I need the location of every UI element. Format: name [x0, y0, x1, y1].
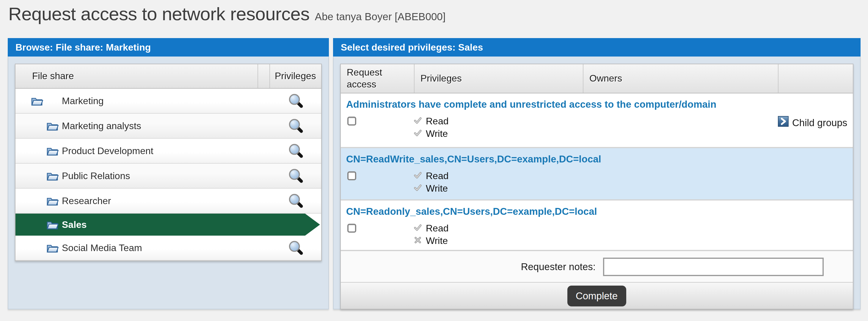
folder-icon [46, 220, 59, 230]
requester-notes-label: Requester notes: [521, 261, 596, 272]
tree-item-label: Social Media Team [62, 242, 142, 253]
tree-item-social-media-team[interactable]: Social Media Team [16, 236, 321, 261]
check-icon [414, 128, 422, 139]
tree-item-product-development[interactable]: Product Development [16, 139, 321, 164]
privileges-table-header: Request access Privileges Owners [341, 64, 852, 93]
folder-icon [46, 146, 59, 156]
column-header-privileges: Privileges [270, 64, 321, 88]
privileges-search-icon[interactable] [270, 168, 321, 184]
privileges-panel: Select desired privileges: Sales Request… [333, 38, 860, 310]
group-row-readwrite-sales: CN=ReadWrite_sales,CN=Users,DC=example,D… [341, 147, 852, 199]
privilege-line-read: Read [414, 116, 583, 127]
page-subtitle: Abe tanya Boyer [ABEB000] [315, 11, 446, 23]
child-groups-button[interactable]: Child groups [778, 116, 852, 129]
check-icon [414, 183, 422, 194]
child-groups-label: Child groups [792, 117, 847, 128]
folder-icon [31, 96, 43, 106]
group-detail-row: Read Write Child groups [341, 110, 852, 147]
folder-icon [46, 171, 59, 181]
privilege-list: Read Write [414, 171, 583, 194]
privileges-search-icon[interactable] [270, 93, 321, 109]
group-link-administrators[interactable]: Administrators have complete and unrestr… [341, 93, 852, 110]
request-access-checkbox[interactable] [347, 117, 356, 125]
check-icon [414, 116, 422, 127]
column-header-request-access: Request access [341, 64, 414, 93]
chevron-right-icon [778, 116, 788, 129]
column-header-spacer [258, 64, 270, 88]
table-footer: Complete [341, 282, 852, 309]
check-icon [414, 171, 422, 181]
check-icon [414, 223, 422, 234]
tree-item-public-relations[interactable]: Public Relations [16, 164, 321, 188]
requester-notes-input[interactable] [603, 257, 824, 276]
request-access-cell [341, 116, 414, 128]
tree-item-researcher[interactable]: Researcher [16, 188, 321, 213]
folder-icon [46, 243, 59, 253]
privilege-label: Read [426, 171, 449, 181]
tree-item-label: Product Development [62, 145, 153, 156]
browse-panel: Browse: File share: Marketing File share… [8, 38, 329, 310]
privilege-label: Write [426, 183, 448, 194]
privileges-search-icon[interactable] [270, 193, 321, 209]
tree-item-label: Researcher [62, 196, 111, 206]
privileges-search-icon[interactable] [270, 240, 321, 256]
tree-item-marketing-analysts[interactable]: Marketing analysts [16, 114, 321, 139]
privilege-label: Write [426, 128, 448, 139]
privileges-panel-header: Select desired privileges: Sales [333, 38, 860, 57]
privilege-label: Write [426, 236, 448, 246]
privilege-line-write: Write [414, 236, 583, 246]
tree-item-label: Marketing [62, 95, 104, 106]
group-row-readonly-sales: CN=Readonly_sales,CN=Users,DC=example,DC… [341, 199, 852, 250]
file-share-table: File share Privileges Marketing Marketin… [15, 64, 322, 261]
group-detail-row: Read Write [341, 217, 852, 254]
group-row-administrators: Administrators have complete and unrestr… [341, 93, 852, 147]
folder-icon [46, 121, 59, 131]
privilege-line-read: Read [414, 171, 583, 181]
privilege-label: Read [426, 223, 449, 234]
tree-item-label: Public Relations [62, 171, 130, 181]
tree-item-sales-selected[interactable]: Sales [16, 213, 321, 236]
group-link-readonly-sales[interactable]: CN=Readonly_sales,CN=Users,DC=example,DC… [341, 201, 852, 217]
privilege-line-read: Read [414, 223, 583, 234]
privilege-line-write: Write [414, 183, 583, 194]
privileges-search-icon[interactable] [270, 143, 321, 159]
folder-icon [46, 196, 59, 206]
requester-notes-row: Requester notes: [341, 250, 852, 282]
file-share-table-header: File share Privileges [16, 64, 321, 89]
cross-icon [414, 236, 422, 246]
panels-container: Browse: File share: Marketing File share… [8, 38, 860, 310]
request-access-cell [341, 171, 414, 183]
privilege-list: Read Write [414, 116, 583, 139]
tree-item-label: Sales [62, 219, 87, 230]
request-access-checkbox[interactable] [347, 224, 356, 233]
privilege-label: Read [426, 116, 449, 127]
column-header-owners: Owners [583, 64, 778, 93]
column-header-extra [778, 64, 852, 93]
request-access-checkbox[interactable] [347, 171, 356, 180]
group-link-readwrite-sales[interactable]: CN=ReadWrite_sales,CN=Users,DC=example,D… [341, 148, 852, 165]
column-header-privileges: Privileges [414, 64, 583, 93]
privileges-search-icon[interactable] [270, 118, 321, 134]
complete-button[interactable]: Complete [567, 285, 626, 306]
browse-panel-header: Browse: File share: Marketing [8, 38, 329, 57]
privileges-table: Request access Privileges Owners Adminis… [340, 64, 853, 310]
tree-item-marketing[interactable]: Marketing [16, 89, 321, 114]
browse-panel-body: File share Privileges Marketing Marketin… [8, 57, 329, 310]
privilege-line-write: Write [414, 128, 583, 139]
request-access-cell [341, 223, 414, 235]
page: Request access to network resourcesAbe t… [0, 0, 868, 321]
privileges-panel-body: Request access Privileges Owners Adminis… [333, 57, 860, 310]
page-title: Request access to network resources [8, 4, 310, 24]
group-detail-row: Read Write [341, 165, 852, 202]
tree-item-label: Marketing analysts [62, 120, 141, 131]
privilege-list: Read Write [414, 223, 583, 246]
page-title-row: Request access to network resourcesAbe t… [0, 0, 868, 25]
column-header-file-share: File share [16, 64, 258, 88]
